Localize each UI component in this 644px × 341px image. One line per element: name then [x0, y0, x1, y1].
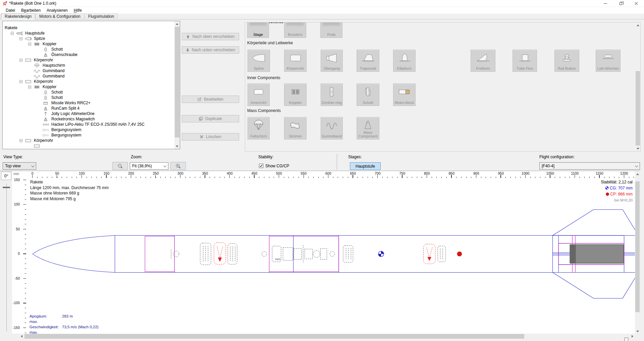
add-elliptical-fin-button[interactable]: Elliptisch	[393, 50, 416, 72]
tree-row-bulkhead[interactable]: Schott	[3, 95, 175, 100]
clipped-checkbox[interactable]	[625, 338, 628, 341]
flight-config-select[interactable]: [F40-4]	[539, 162, 640, 170]
add-bodytube-button[interactable]: Körperrohr	[284, 50, 307, 72]
tree-row-bodytube[interactable]: Körperrohr	[3, 79, 175, 84]
scroll-up-icon[interactable]	[635, 171, 640, 177]
tree-row-nosecone[interactable]: Spitze	[3, 36, 175, 41]
tube-fins-icon	[517, 52, 533, 64]
add-tube-fins-button[interactable]: Tube Fins	[513, 50, 537, 72]
tree-row-switch[interactable]: Rocketronics Magswitch	[3, 116, 175, 122]
add-streamer-button[interactable]: Strömer	[284, 117, 307, 139]
add-rail-button-button[interactable]: Rail Button	[554, 50, 579, 72]
tree-row-altimeter[interactable]: Jolly Logic AltimeterOne	[3, 111, 175, 116]
add-stage-button[interactable]: Stage	[247, 22, 269, 38]
show-cgcp-checkbox[interactable]	[259, 164, 263, 168]
collapse-icon[interactable]	[19, 37, 22, 40]
ruler-tick-label: 900	[464, 171, 489, 175]
add-engine-block-button[interactable]: Motor-block	[393, 83, 416, 106]
add-inner-tube-button[interactable]: Innenrohr	[248, 83, 270, 106]
add-bulkhead-button[interactable]: Schott	[357, 83, 379, 106]
ruler-tick-label: 0	[20, 171, 45, 175]
collapse-icon[interactable]	[28, 86, 31, 89]
deployment-icon	[42, 133, 49, 137]
tree-row-bulkhead[interactable]: Schott	[3, 47, 175, 52]
shock-cord-part-icon	[324, 119, 339, 131]
panel-scrollbar[interactable]	[635, 22, 640, 151]
tree-scrollbar[interactable]	[174, 21, 180, 149]
tree-row-coupler[interactable]: Koppler	[3, 41, 175, 47]
rotation-slider-track[interactable]	[6, 184, 7, 331]
stage-toggle-hauptstufe[interactable]: Hauptstufe	[350, 162, 381, 170]
tab-flugsimulation[interactable]: Flugsimulation	[85, 13, 118, 19]
tree-row-bodytube[interactable]: Körperrohr	[3, 57, 175, 63]
tree-row-shockcord[interactable]: Gummiband	[3, 68, 175, 73]
close-button[interactable]	[629, 0, 644, 7]
tab-motors-configuration[interactable]: Motors & Configuration	[36, 13, 84, 19]
view-vscroll-thumb[interactable]	[635, 181, 640, 312]
collapse-icon[interactable]	[19, 139, 22, 142]
add-mass-component-button[interactable]: Mass Component	[357, 117, 379, 139]
scroll-up-icon[interactable]	[174, 21, 180, 26]
add-freeform-fin-button[interactable]: Freiform	[471, 50, 495, 72]
tree-row-deployment[interactable]: Bergungssystem	[3, 132, 175, 138]
add-coupler-button[interactable]: Koppler	[284, 83, 307, 106]
tree-row-rocket[interactable]: Rakete	[3, 25, 175, 31]
tree-row-deployment[interactable]: Bergungssystem	[3, 127, 175, 132]
add-launch-lug-button[interactable]: Leit-röhrchen	[596, 50, 621, 72]
tree-row-stage[interactable]: Hauptstufe	[3, 31, 175, 36]
rotation-slider-handle[interactable]	[3, 187, 10, 188]
menu-datei[interactable]: Datei	[3, 7, 18, 13]
collapse-icon[interactable]	[19, 59, 22, 62]
add-trapezoid-fin-button[interactable]: Trapezoid	[357, 50, 379, 72]
collapse-icon[interactable]	[11, 32, 14, 35]
zoom-out-button[interactable]	[112, 162, 128, 170]
scroll-down-icon[interactable]	[174, 144, 180, 149]
move-up-button[interactable]: Nach oben verschieben	[182, 33, 239, 40]
add-boosters-button[interactable]: Boosters	[284, 22, 306, 38]
delete-button[interactable]: Löschen	[182, 133, 239, 140]
add-pods-button[interactable]: Pods	[320, 22, 342, 38]
show-cgcp-label[interactable]: Show CG/CP	[265, 164, 289, 168]
scroll-right-icon[interactable]	[630, 334, 635, 339]
add-shock-cord-button[interactable]: Gummiband	[321, 117, 343, 139]
scroll-down-icon[interactable]	[635, 329, 640, 334]
panel-scrollbar-thumb[interactable]	[636, 71, 640, 146]
move-down-button[interactable]: Nach unten verschieben	[182, 46, 239, 54]
collapse-icon[interactable]	[28, 43, 31, 46]
scroll-down-icon[interactable]	[635, 146, 640, 151]
tree-row-bodytube[interactable]: Körperrohr	[3, 138, 175, 143]
collapse-icon[interactable]	[19, 80, 22, 83]
view-vertical-scrollbar[interactable]	[635, 171, 640, 334]
scroll-left-icon[interactable]	[19, 334, 24, 339]
duplicate-button[interactable]: Duplicate	[182, 115, 239, 122]
minimize-button[interactable]	[598, 0, 613, 7]
tree-row-camera[interactable]: RunCam Split 4	[3, 106, 175, 111]
add-transition-button[interactable]: Übergang	[321, 50, 343, 72]
tree-row-shockcord[interactable]: Gummiband	[3, 73, 175, 79]
ruler-tick-label: 0	[12, 241, 21, 266]
add-nosecone-button[interactable]: Spitze	[248, 50, 270, 72]
add-centering-ring-button[interactable]: Zentrier-ring	[321, 83, 343, 106]
tree-row-coupler[interactable]: Koppler	[3, 84, 175, 90]
rail-button-icon	[559, 52, 575, 64]
inner-tube-icon	[251, 86, 266, 98]
add-parachute-button[interactable]: Fallschirm	[248, 117, 270, 139]
tree-row-eyebolt[interactable]: Ösenschraube	[3, 52, 175, 57]
tree-scrollbar-thumb[interactable]	[175, 27, 179, 137]
restore-button[interactable]	[613, 0, 629, 7]
zoom-select[interactable]: Fit (38,9%)	[130, 162, 168, 170]
tab-raketendesign[interactable]: Raketendesign	[1, 13, 35, 19]
view-hscroll-thumb[interactable]	[24, 334, 524, 339]
menu-analysieren[interactable]: Analysieren	[44, 7, 71, 13]
zoom-in-button[interactable]	[170, 162, 186, 170]
tree-row-bulkhead[interactable]: Schott	[3, 90, 175, 95]
menu-bearbeiten[interactable]: Bearbeiten	[18, 7, 44, 13]
menu-hilfe[interactable]: Hilfe	[71, 7, 85, 13]
scroll-up-icon[interactable]	[635, 22, 640, 28]
horizontal-ruler-ticks	[26, 175, 635, 178]
tree-row-altimeter-board[interactable]: Missile Works RRC2+	[3, 100, 175, 106]
view-horizontal-scrollbar[interactable]	[19, 334, 635, 339]
tree-row-battery[interactable]: Hacker LiPo-Akku TF ECO-X 2S/350 mAh 7,4…	[3, 122, 175, 127]
edit-button[interactable]: Bearbeiten	[182, 96, 239, 103]
tree-row-parachute[interactable]: Hauptschirm	[3, 63, 175, 68]
